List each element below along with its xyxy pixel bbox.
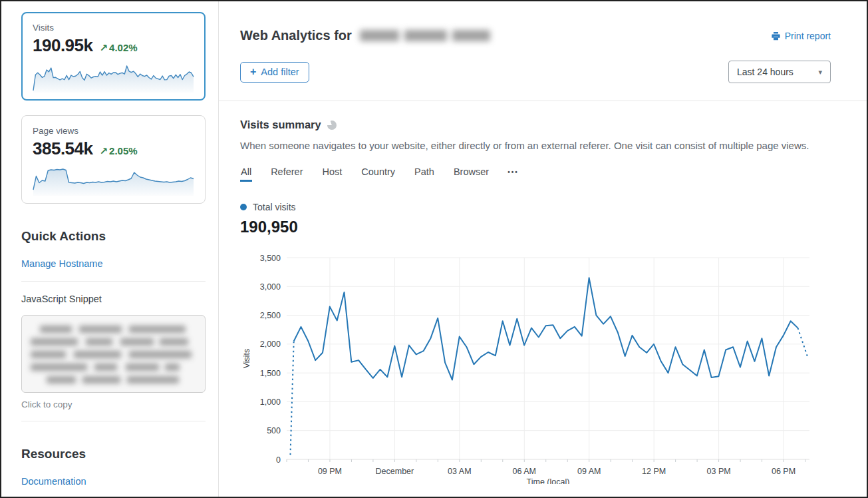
redacted-code-line bbox=[40, 326, 186, 333]
click-to-copy-hint: Click to copy bbox=[21, 399, 206, 409]
redacted-code-line bbox=[31, 338, 188, 346]
svg-text:03 AM: 03 AM bbox=[448, 467, 471, 476]
app-window: Visits 190.95k ↗4.02% Page views 385.54k… bbox=[0, 0, 868, 498]
svg-text:1,000: 1,000 bbox=[260, 397, 281, 407]
add-filter-label: Add filter bbox=[261, 67, 299, 77]
svg-text:December: December bbox=[376, 467, 414, 476]
tab-browser[interactable]: Browser bbox=[453, 166, 490, 182]
tab-all[interactable]: All bbox=[240, 166, 252, 182]
plus-icon: + bbox=[250, 66, 256, 78]
visits-summary-title: Visits summary bbox=[240, 119, 321, 131]
js-snippet-box[interactable] bbox=[21, 315, 206, 393]
documentation-link[interactable]: Documentation bbox=[21, 476, 86, 487]
js-snippet-label: JavaScript Snippet bbox=[21, 294, 206, 304]
svg-text:0: 0 bbox=[276, 455, 281, 465]
pageviews-card-value-row: 385.54k ↗2.05% bbox=[33, 138, 194, 159]
tab-referer[interactable]: Referer bbox=[270, 166, 303, 182]
pageviews-card-value: 385.54k bbox=[33, 138, 92, 159]
summary-tabs: All Referer Host Country Path Browser ••… bbox=[240, 166, 831, 182]
visits-summary-section: Visits summary When someone navigates to… bbox=[219, 101, 868, 484]
print-report-link[interactable]: Print report bbox=[771, 31, 831, 41]
visits-card-label: Visits bbox=[33, 23, 194, 33]
sidebar: Visits 190.95k ↗4.02% Page views 385.54k… bbox=[21, 12, 206, 498]
visits-sparkline bbox=[33, 61, 194, 93]
svg-text:500: 500 bbox=[267, 426, 281, 435]
tab-path[interactable]: Path bbox=[414, 166, 435, 182]
tab-country[interactable]: Country bbox=[361, 166, 396, 182]
pageviews-sparkline bbox=[33, 164, 194, 196]
main-panel: Web Analytics for Print report + Add fil… bbox=[219, 1, 868, 497]
svg-text:09 AM: 09 AM bbox=[577, 467, 601, 476]
pageviews-card-change: ↗2.05% bbox=[99, 145, 137, 157]
total-visits-legend-label: Total visits bbox=[253, 202, 296, 212]
main-header: Web Analytics for Print report + Add fil… bbox=[219, 1, 868, 101]
svg-text:2,500: 2,500 bbox=[260, 311, 281, 320]
printer-icon bbox=[771, 31, 781, 41]
time-range-value: Last 24 hours bbox=[737, 67, 794, 77]
visits-card-value: 190.95k bbox=[33, 35, 92, 56]
visits-metric-card[interactable]: Visits 190.95k ↗4.02% bbox=[21, 12, 206, 101]
redacted-code-line bbox=[47, 376, 179, 383]
resources-heading: Resources bbox=[21, 447, 206, 461]
svg-text:06 AM: 06 AM bbox=[513, 467, 536, 476]
trend-up-icon: ↗ bbox=[99, 42, 108, 53]
page-title: Web Analytics for bbox=[240, 28, 490, 43]
add-filter-button[interactable]: + Add filter bbox=[240, 62, 309, 83]
quick-actions-heading: Quick Actions bbox=[21, 229, 206, 244]
visits-summary-description: When someone navigates to your website, … bbox=[240, 140, 831, 151]
visits-card-change-value: 4.02% bbox=[109, 42, 138, 53]
svg-text:3,000: 3,000 bbox=[260, 282, 281, 292]
total-visits-dot-icon bbox=[240, 204, 247, 210]
visits-line-chart[interactable]: 05001,0001,5002,0002,5003,0003,50009 PMD… bbox=[240, 250, 813, 484]
tab-host[interactable]: Host bbox=[321, 166, 343, 182]
page-title-text: Web Analytics for bbox=[240, 28, 352, 43]
more-tabs-icon[interactable]: ••• bbox=[507, 168, 519, 180]
redacted-code-line bbox=[31, 351, 192, 358]
visits-card-change: ↗4.02% bbox=[99, 42, 137, 54]
chart-legend: Total visits bbox=[240, 202, 831, 212]
time-range-select[interactable]: Last 24 hours ▾ bbox=[728, 61, 831, 83]
svg-text:12 PM: 12 PM bbox=[642, 467, 666, 476]
pageviews-card-change-value: 2.05% bbox=[109, 145, 138, 156]
chevron-down-icon: ▾ bbox=[818, 68, 822, 77]
svg-text:09 PM: 09 PM bbox=[318, 467, 342, 476]
svg-text:3,500: 3,500 bbox=[260, 254, 281, 263]
divider bbox=[21, 421, 206, 421]
svg-text:06 PM: 06 PM bbox=[772, 467, 796, 476]
pageviews-metric-card[interactable]: Page views 385.54k ↗2.05% bbox=[21, 115, 206, 204]
svg-text:03 PM: 03 PM bbox=[707, 467, 731, 476]
svg-text:Time (local): Time (local) bbox=[527, 477, 570, 484]
blurred-domain bbox=[360, 30, 490, 41]
trend-up-icon: ↗ bbox=[99, 145, 108, 156]
svg-text:1,500: 1,500 bbox=[260, 369, 281, 378]
print-report-label: Print report bbox=[785, 31, 831, 41]
total-visits-value: 190,950 bbox=[240, 218, 831, 236]
svg-text:Visits: Visits bbox=[242, 349, 251, 369]
pie-chart-icon bbox=[327, 121, 337, 130]
redacted-code-line bbox=[31, 364, 180, 371]
manage-hostname-link[interactable]: Manage Hostname bbox=[21, 258, 103, 269]
visits-card-value-row: 190.95k ↗4.02% bbox=[33, 35, 194, 56]
svg-text:2,000: 2,000 bbox=[260, 340, 281, 349]
pageviews-card-label: Page views bbox=[33, 126, 194, 136]
divider bbox=[21, 281, 206, 282]
